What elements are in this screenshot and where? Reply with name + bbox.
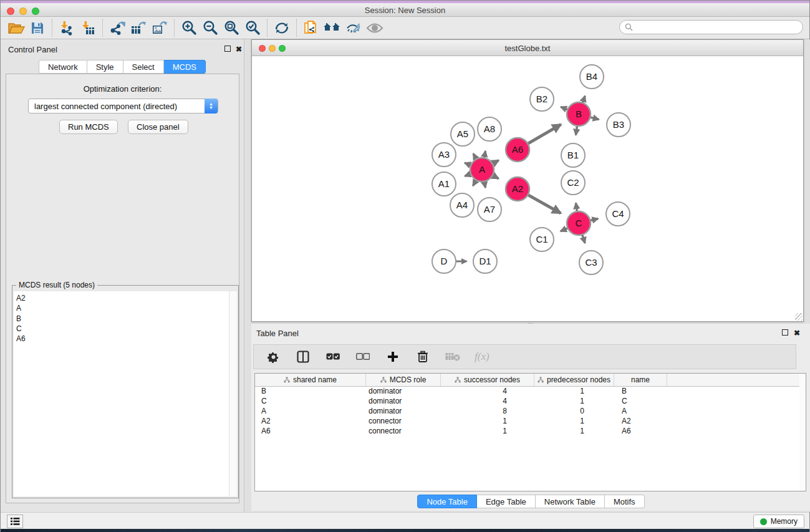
graph-node-A8[interactable]: A8 [478, 117, 501, 141]
run-mcds-button[interactable]: Run MCDS [59, 120, 118, 134]
column-header-MCDS-role[interactable]: MCDS role [366, 374, 441, 386]
close-panel-button[interactable]: Close panel [128, 120, 188, 134]
graph-node-B3[interactable]: B3 [607, 113, 630, 137]
hide-panel-icon[interactable] [343, 19, 364, 37]
mcds-result-scrollbar[interactable] [229, 291, 237, 496]
graph-node-C4[interactable]: C4 [606, 202, 630, 226]
mcds-result-item[interactable]: A [16, 303, 229, 313]
zoom-in-icon[interactable] [178, 19, 200, 37]
graph-node-A7[interactable]: A7 [478, 198, 501, 221]
network-graph[interactable]: B4B2BB3A8A5A6A3B1AC2A1A2A4A7C4CC1C3DD1 [252, 56, 803, 321]
export-table-icon[interactable] [128, 19, 149, 37]
zoom-out-icon[interactable] [200, 19, 221, 37]
log-console-button[interactable] [7, 515, 23, 528]
graph-node-D1[interactable]: D1 [473, 249, 497, 273]
apply-layout-icon[interactable] [271, 19, 292, 37]
export-image-icon[interactable] [149, 19, 170, 37]
add-column-icon[interactable] [385, 349, 401, 365]
table-row[interactable]: A2connector11A2 [255, 417, 799, 427]
graph-node-A4[interactable]: A4 [450, 193, 474, 217]
network-window-titlebar[interactable]: testGlobe.txt [252, 40, 803, 56]
float-panel-icon[interactable] [224, 45, 231, 54]
column-header-predecessor-nodes[interactable]: predecessor nodes [534, 374, 614, 386]
svg-text:C2: C2 [567, 177, 579, 188]
tab-network-table[interactable]: Network Table [536, 495, 605, 508]
node-table[interactable]: shared nameMCDS rolesuccessor nodesprede… [254, 373, 800, 491]
import-network-icon[interactable] [56, 19, 77, 37]
zoom-fit-icon[interactable] [221, 19, 242, 37]
split-columns-icon[interactable] [295, 349, 311, 365]
search-input[interactable] [619, 20, 803, 34]
delete-table-icon[interactable] [445, 349, 461, 365]
mcds-result-item[interactable]: B [16, 314, 229, 324]
show-all-networks-icon[interactable] [322, 19, 343, 37]
graph-node-D[interactable]: D [432, 249, 456, 273]
table-row[interactable]: Bdominator41B [255, 387, 799, 397]
close-panel-icon[interactable]: ✖ [236, 45, 242, 54]
graph-node-A[interactable]: A [470, 158, 494, 181]
graph-node-B4[interactable]: B4 [580, 65, 604, 89]
table-cell: A [614, 407, 667, 417]
graph-node-A1[interactable]: A1 [432, 172, 456, 196]
table-row[interactable]: A6connector11A6 [255, 427, 799, 437]
table-scrollbar[interactable] [799, 373, 806, 491]
tab-edge-table[interactable]: Edge Table [477, 495, 536, 508]
column-header-shared-name[interactable]: shared name [255, 374, 366, 386]
table-cell: dominator [366, 387, 441, 397]
table-cell: 1 [534, 397, 614, 407]
table-float-panel-icon[interactable] [782, 329, 788, 337]
graph-node-C[interactable]: C [567, 211, 591, 235]
network-canvas[interactable]: B4B2BB3A8A5A6A3B1AC2A1A2A4A7C4CC1C3DD1 [252, 56, 803, 321]
mcds-result-item[interactable]: C [16, 324, 229, 334]
graph-node-B2[interactable]: B2 [530, 87, 554, 111]
mcds-result-list[interactable]: A2ABCA6 [14, 291, 229, 496]
resize-grip-icon[interactable] [795, 313, 803, 321]
table-row[interactable]: Adominator80A [255, 407, 799, 417]
tab-style[interactable]: Style [87, 60, 123, 74]
tab-node-table[interactable]: Node Table [417, 495, 477, 508]
svg-text:B2: B2 [536, 94, 547, 104]
save-session-icon[interactable] [27, 19, 48, 37]
duplicate-network-icon[interactable] [301, 19, 322, 37]
show-panel-icon[interactable] [364, 19, 385, 37]
edge-A6-B[interactable] [527, 125, 561, 145]
search-container [619, 20, 803, 34]
import-table-icon[interactable] [77, 19, 99, 37]
mcds-result-item[interactable]: A2 [16, 293, 229, 303]
graph-node-B[interactable]: B [567, 102, 591, 126]
optimization-dropdown[interactable]: largest connected component (directed) ▲… [28, 99, 218, 114]
memory-button[interactable]: Memory [753, 515, 804, 528]
hierarchy-icon [455, 377, 461, 383]
svg-text:B3: B3 [613, 119, 624, 130]
graph-node-A2[interactable]: A2 [506, 177, 529, 201]
table-row[interactable]: Cdominator41C [255, 397, 799, 407]
column-header-name[interactable]: name [614, 374, 667, 386]
deselect-all-rows-icon[interactable] [355, 349, 371, 365]
function-builder-icon[interactable]: f(x) [475, 351, 489, 363]
graph-node-A5[interactable]: A5 [451, 122, 475, 146]
open-session-icon[interactable] [6, 19, 27, 37]
network-view-window[interactable]: testGlobe.txt B4B2BB3A8A5A6A3B1AC2A1A2A4… [251, 39, 804, 322]
delete-column-icon[interactable] [415, 349, 431, 365]
graph-node-A6[interactable]: A6 [506, 138, 529, 162]
tab-mcds[interactable]: MCDS [164, 60, 206, 74]
mcds-result-item[interactable]: A6 [16, 334, 229, 344]
gear-icon[interactable] [265, 349, 281, 365]
graph-node-B1[interactable]: B1 [561, 143, 585, 167]
tab-network[interactable]: Network [39, 60, 87, 74]
graph-node-C3[interactable]: C3 [579, 251, 603, 274]
tab-select[interactable]: Select [123, 60, 164, 74]
graph-node-C1[interactable]: C1 [530, 228, 554, 251]
edge-A2-C[interactable] [527, 194, 561, 213]
tab-motifs[interactable]: Motifs [605, 495, 645, 508]
zoom-selected-icon[interactable] [242, 19, 263, 37]
svg-text:A8: A8 [484, 123, 495, 134]
table-close-panel-icon[interactable]: ✖ [794, 329, 800, 337]
graph-node-A3[interactable]: A3 [432, 143, 456, 167]
app-titlebar[interactable]: Session: New Session [1, 3, 809, 17]
memory-status-icon [760, 518, 767, 525]
export-network-icon[interactable] [107, 19, 128, 37]
graph-node-C2[interactable]: C2 [561, 171, 585, 195]
column-header-successor-nodes[interactable]: successor nodes [441, 374, 534, 386]
select-all-rows-icon[interactable] [325, 349, 341, 365]
